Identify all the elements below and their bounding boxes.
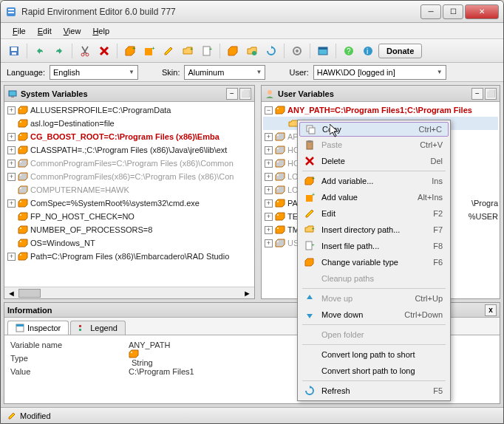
context-menu[interactable]: CopyCtrl+CPasteCtrl+VDeleteDel+Add varia… (297, 120, 451, 401)
tree-row[interactable]: FP_NO_HOST_CHECK=NO (6, 210, 253, 223)
tree-row-selected[interactable]: −ANY_PATH=C:\Program Files1;C:\Program F… (263, 103, 498, 117)
svg-point-25 (20, 108, 21, 109)
svg-point-33 (20, 214, 21, 216)
tree-row[interactable]: +CLASSPATH=.;C:\Program Files (x86)\Java… (6, 143, 253, 157)
menu-item-add-variable-[interactable]: +Add variable...Ins (299, 173, 449, 189)
edit-icon[interactable] (160, 42, 177, 60)
skin-combo[interactable]: Aluminum▼ (184, 65, 265, 80)
menu-item-edit[interactable]: EditF2 (299, 205, 449, 222)
donate-button[interactable]: Donate (378, 44, 422, 58)
expander-icon[interactable]: + (7, 199, 16, 208)
tab-inspector[interactable]: Inspector (7, 321, 69, 335)
info-close-button[interactable]: x (485, 304, 497, 316)
svg-rect-23 (9, 91, 16, 96)
cleanup-icon[interactable] (243, 42, 261, 60)
minimize-button[interactable]: ─ (420, 4, 441, 19)
tag-icon (275, 225, 285, 234)
svg-point-36 (20, 254, 21, 256)
menu-item-insert-file-path-[interactable]: +Insert file path...F8 (299, 238, 449, 254)
expander-icon[interactable]: + (265, 239, 273, 247)
menu-item-add-value[interactable]: +Add valueAlt+Ins (299, 189, 449, 205)
var-text: ANY_PATH=C:\Program Files1;C:\Program Fi… (287, 106, 472, 114)
menu-item-delete[interactable]: DeleteDel (299, 153, 449, 169)
insert-dir-icon[interactable]: + (179, 42, 197, 60)
tree-row[interactable]: +CommonProgramFiles=C:\Program Files (x8… (6, 157, 253, 170)
horizontal-scrollbar[interactable]: ◄► (4, 287, 254, 298)
var-text: COMPUTERNAME=HAWK (30, 185, 129, 194)
menu-view[interactable]: View (58, 25, 87, 37)
svg-point-47 (277, 241, 279, 242)
svg-rect-61 (306, 242, 312, 250)
menu-item-move-down[interactable]: Move downCtrl+Down (299, 307, 449, 323)
redo-icon[interactable] (50, 42, 68, 60)
collapse-button[interactable]: − (226, 88, 238, 100)
insert-file-icon[interactable]: + (198, 42, 216, 60)
expander-icon[interactable]: + (265, 160, 273, 168)
svg-point-40 (277, 148, 279, 149)
menu-item-open-folder: Open folder (299, 326, 449, 343)
add-var-icon[interactable]: + (121, 42, 139, 60)
expander-icon[interactable]: + (265, 226, 273, 234)
system-tree[interactable]: +ALLUSERSPROFILE=C:\ProgramDataasl.log=D… (4, 102, 254, 287)
svg-point-6 (81, 53, 84, 56)
expander-icon[interactable]: + (265, 186, 273, 194)
refresh-icon[interactable] (262, 42, 280, 60)
menu-edit[interactable]: Edit (32, 25, 58, 37)
save-icon[interactable] (5, 42, 23, 60)
add-val-icon[interactable]: + (140, 42, 158, 60)
tree-row[interactable]: +ComSpec=%SystemRoot%\system32\cmd.exe (6, 196, 253, 210)
cut-icon[interactable] (76, 42, 94, 60)
tag-icon (275, 239, 285, 247)
menu-item-refresh[interactable]: RefreshF5 (299, 383, 449, 399)
expander-icon[interactable]: + (7, 133, 16, 141)
tree-row[interactable]: COMPUTERNAME=HAWK (6, 183, 253, 196)
menu-item-convert-long-path-to-short[interactable]: Convert long path to short (299, 346, 449, 363)
svg-point-43 (277, 188, 279, 189)
expander-icon[interactable]: + (7, 106, 16, 114)
expander-icon[interactable]: − (265, 106, 273, 114)
tree-row[interactable]: +CommonProgramFiles(x86)=C:\Program File… (6, 170, 253, 183)
expand-button[interactable]: ⬜ (485, 88, 497, 100)
menu-item-change-variable-type[interactable]: Change variable typeF6 (299, 254, 449, 270)
user-panel-title: User Variables (278, 89, 470, 98)
menu-help[interactable]: Help (86, 25, 115, 37)
close-button[interactable]: ✕ (465, 4, 499, 19)
tag-icon[interactable] (224, 42, 242, 60)
menu-item-move-up: Move upCtrl+Up (299, 290, 449, 307)
tree-row[interactable]: OS=Windows_NT (6, 236, 253, 250)
menu-item-insert-directory-path-[interactable]: +Insert directory path...F7 (299, 222, 449, 238)
window-icon[interactable] (314, 42, 332, 60)
delete-icon[interactable] (95, 42, 113, 60)
menu-item-copy[interactable]: CopyCtrl+C (299, 122, 449, 137)
menu-label: Change variable type (317, 258, 433, 267)
info-icon[interactable]: i (359, 42, 377, 60)
undo-icon[interactable] (31, 42, 49, 60)
tree-row[interactable]: asl.log=Destination=file (6, 117, 253, 130)
expand-button[interactable]: ⬜ (239, 88, 251, 100)
svg-text:+: + (312, 176, 315, 181)
expander-icon[interactable]: + (7, 173, 16, 181)
help-icon[interactable]: ? (340, 42, 358, 60)
expander-icon[interactable]: + (7, 146, 16, 154)
tree-row[interactable]: +Path=C:\Program Files (x86)\Embarcadero… (6, 250, 253, 263)
tree-row[interactable]: +ALLUSERSPROFILE=C:\ProgramData (6, 103, 253, 117)
expander-icon[interactable]: + (7, 253, 16, 261)
svg-point-16 (296, 49, 299, 52)
tag-icon (18, 199, 28, 208)
language-combo[interactable]: English▼ (50, 65, 138, 80)
tree-row[interactable]: NUMBER_OF_PROCESSORS=8 (6, 223, 253, 236)
expander-icon[interactable]: + (265, 146, 273, 154)
expander-icon[interactable]: + (265, 133, 273, 141)
collapse-button[interactable]: − (471, 88, 483, 100)
expander-icon[interactable]: + (265, 173, 273, 181)
expander-icon[interactable]: + (7, 160, 16, 168)
tab-legend[interactable]: Legend (70, 321, 126, 335)
expander-icon[interactable]: + (265, 213, 273, 221)
user-combo[interactable]: HAWK\DO [logged in]▼ (313, 65, 446, 80)
expander-icon[interactable]: + (265, 199, 273, 208)
tree-row[interactable]: +CG_BOOST_ROOT=C:\Program Files (x86)\Em… (6, 130, 253, 143)
settings-icon[interactable] (288, 42, 306, 60)
menu-item-convert-short-path-to-long[interactable]: Convert short path to long (299, 363, 449, 379)
maximize-button[interactable]: ☐ (443, 4, 463, 19)
menu-file[interactable]: File (7, 25, 32, 37)
